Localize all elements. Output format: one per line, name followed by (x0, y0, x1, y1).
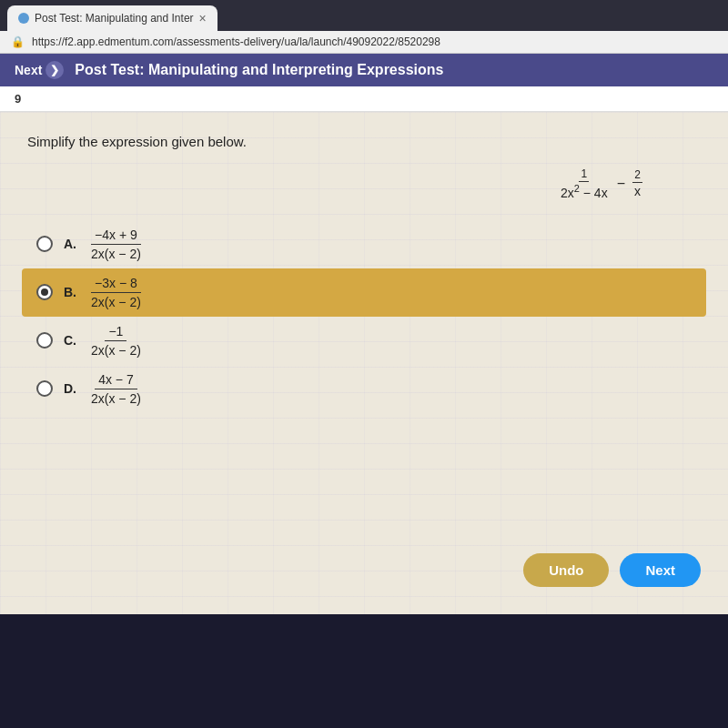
choice-math-a: −4x + 9 2x(x − 2) (87, 228, 145, 261)
question-body: Simplify the expression given below. 1 2… (0, 112, 728, 428)
bottom-bar: Undo Next (523, 553, 701, 587)
choice-a-denominator: 2x(x − 2) (87, 245, 145, 261)
tab-icon (18, 13, 29, 24)
question-number-bar: 9 (0, 86, 728, 112)
tab-bar: Post Test: Manipulating and Inter × (0, 0, 728, 31)
browser-chrome: Post Test: Manipulating and Inter × 🔒 ht… (0, 0, 728, 54)
choice-label-b: B. (64, 285, 76, 299)
question-instruction: Simplify the expression given below. (27, 134, 701, 149)
content-wrapper: 9 Simplify the expression given below. 1… (0, 86, 728, 614)
choice-b-numerator: −3x − 8 (91, 276, 141, 293)
choice-row-d[interactable]: D. 4x − 7 2x(x − 2) (36, 372, 692, 406)
question-number: 9 (15, 92, 21, 106)
choice-math-c: −1 2x(x − 2) (87, 324, 145, 358)
choice-label-c: C. (64, 333, 76, 348)
choice-row-a[interactable]: A. −4x + 9 2x(x − 2) (36, 228, 692, 261)
next-button[interactable]: Next (620, 553, 701, 587)
header-next-label: Next (15, 63, 42, 77)
choice-c-numerator: −1 (105, 324, 126, 341)
choice-label-d: D. (64, 381, 76, 396)
fraction-1-denominator: 2x2 − 4x (559, 182, 610, 200)
expression-display: 1 2x2 − 4x − 2 x (27, 167, 701, 200)
browser-tab[interactable]: Post Test: Manipulating and Inter × (7, 5, 217, 31)
minus-sign: − (617, 176, 625, 192)
next-arrow-icon: ❯ (46, 61, 64, 79)
address-bar: 🔒 https://f2.app.edmentum.com/assessment… (0, 31, 728, 54)
page-title: Post Test: Manipulating and Interpreting… (75, 62, 443, 78)
choice-d-numerator: 4x − 7 (95, 372, 137, 389)
choice-c-denominator: 2x(x − 2) (87, 341, 145, 358)
tab-label: Post Test: Manipulating and Inter (35, 12, 194, 25)
choice-row-b[interactable]: B. −3x − 8 2x(x − 2) (22, 268, 706, 317)
fraction-2-denominator: x (632, 183, 642, 198)
header-next-button[interactable]: Next ❯ (15, 61, 64, 79)
choice-d-denominator: 2x(x − 2) (87, 389, 145, 406)
app-header: Next ❯ Post Test: Manipulating and Inter… (0, 54, 728, 86)
choice-a-numerator: −4x + 9 (91, 228, 141, 245)
radio-a[interactable] (36, 236, 53, 252)
choice-label-a: A. (64, 237, 76, 251)
choices-container: A. −4x + 9 2x(x − 2) B. −3x − 8 2x(x − 2… (27, 228, 701, 406)
radio-b[interactable] (36, 284, 53, 300)
url-display: https://f2.app.edmentum.com/assessments-… (32, 35, 440, 48)
radio-d[interactable] (36, 380, 53, 397)
choice-b-denominator: 2x(x − 2) (87, 293, 145, 309)
fraction-2-numerator: 2 (632, 168, 642, 183)
fraction-1: 1 2x2 − 4x (559, 167, 610, 200)
radio-c[interactable] (36, 332, 53, 349)
fraction-2: 2 x (632, 168, 642, 198)
lock-icon: 🔒 (11, 35, 25, 48)
choice-math-b: −3x − 8 2x(x − 2) (87, 276, 145, 309)
choice-row-c[interactable]: C. −1 2x(x − 2) (36, 324, 692, 358)
choice-math-d: 4x − 7 2x(x − 2) (87, 372, 145, 406)
tab-close-icon[interactable]: × (199, 11, 207, 25)
fraction-1-numerator: 1 (579, 167, 589, 182)
undo-button[interactable]: Undo (523, 553, 609, 587)
